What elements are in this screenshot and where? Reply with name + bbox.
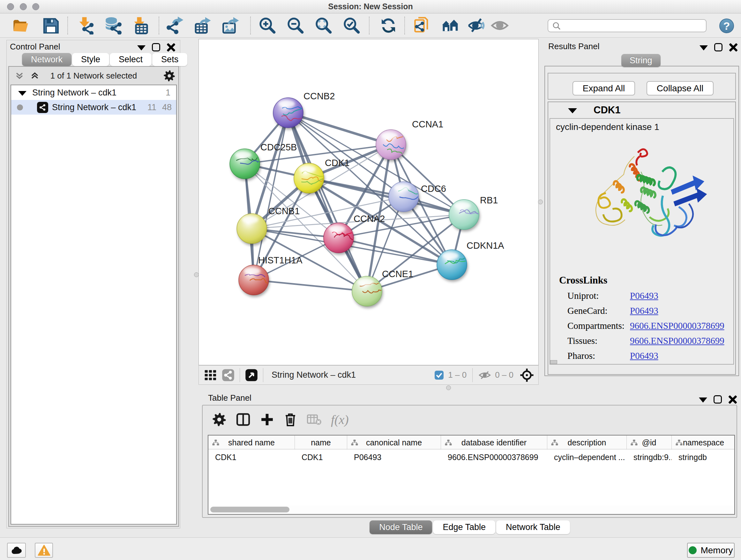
maximize-table-panel-icon[interactable] bbox=[714, 395, 722, 403]
network-edge-CCNB2-CCNA1[interactable] bbox=[288, 113, 391, 145]
cloud-button[interactable] bbox=[7, 543, 26, 558]
tab-edge-table[interactable]: Edge Table bbox=[433, 520, 495, 534]
maximize-panel-icon[interactable] bbox=[152, 43, 160, 51]
import-network-icon[interactable] bbox=[75, 16, 96, 35]
crosslink-link[interactable]: 9606.ENSP00000378699 bbox=[630, 335, 724, 346]
column-header-shared-name[interactable]: shared name bbox=[208, 435, 295, 449]
gene-scrollbar-stub[interactable] bbox=[550, 360, 557, 364]
delete-column-trash-icon[interactable] bbox=[284, 412, 297, 427]
memory-button[interactable]: Memory bbox=[687, 543, 735, 558]
column-header-namespace[interactable]: namespace bbox=[672, 435, 735, 449]
column-header-database-identifier[interactable]: database identifier bbox=[441, 435, 547, 449]
crosslink-link[interactable]: P06493 bbox=[630, 291, 658, 301]
right-splitter-grip[interactable] bbox=[538, 199, 543, 204]
table-row[interactable]: CDK1CDK1P064939606.ENSP00000378699cyclin… bbox=[208, 450, 735, 464]
help-button[interactable]: ? bbox=[719, 18, 734, 33]
cell-canonical-name[interactable]: P06493 bbox=[347, 450, 441, 464]
open-session-icon[interactable] bbox=[10, 16, 31, 35]
zoom-selected-icon[interactable] bbox=[341, 16, 362, 35]
tab-network-table[interactable]: Network Table bbox=[496, 520, 570, 534]
collapse-all-button[interactable]: Collapse All bbox=[647, 81, 714, 96]
export-table-icon[interactable] bbox=[193, 16, 213, 35]
crosslink-label: GeneCard: bbox=[567, 306, 630, 316]
gene-section: CDK1 cyclin-dependent kinase 1 CrossLink… bbox=[548, 102, 736, 375]
export-image-icon[interactable] bbox=[221, 16, 241, 35]
close-panel-icon[interactable] bbox=[166, 43, 176, 52]
cell-shared-name[interactable]: CDK1 bbox=[208, 450, 295, 464]
network-collection-row[interactable]: String Network – cdk1 1 bbox=[11, 85, 176, 100]
clone-network-icon[interactable] bbox=[413, 16, 433, 35]
zoom-out-icon[interactable] bbox=[285, 16, 306, 35]
show-column-panel-icon[interactable] bbox=[236, 412, 251, 427]
selected-nodes-checkbox-icon[interactable] bbox=[434, 370, 444, 380]
fit-selected-crosshair-icon[interactable] bbox=[520, 368, 534, 382]
save-session-icon[interactable] bbox=[41, 16, 61, 35]
network-row[interactable]: String Network – cdk1 11 48 bbox=[11, 100, 176, 115]
node-label-CCNB1: CCNB1 bbox=[268, 206, 300, 216]
zoom-in-icon[interactable] bbox=[257, 16, 278, 35]
collection-expander-icon[interactable] bbox=[18, 91, 26, 96]
collection-name: String Network – cdk1 bbox=[32, 88, 117, 98]
tab-style[interactable]: Style bbox=[72, 53, 109, 66]
cell--id[interactable]: stringdb:9... bbox=[627, 450, 672, 464]
maximize-results-panel-icon[interactable] bbox=[714, 43, 723, 51]
import-database-icon[interactable] bbox=[103, 16, 123, 35]
float-table-panel-icon[interactable] bbox=[699, 397, 707, 402]
column-header-description[interactable]: description bbox=[547, 435, 627, 449]
birds-eye-view-icon[interactable] bbox=[204, 368, 217, 382]
column-header--id[interactable]: @id bbox=[627, 435, 672, 449]
hide-selected-icon[interactable] bbox=[466, 16, 487, 35]
string-panel-toggle-icon[interactable] bbox=[222, 369, 234, 381]
cell-description[interactable]: cyclin–dependent ... bbox=[547, 450, 627, 464]
first-neighbors-icon[interactable] bbox=[441, 16, 461, 35]
tab-string[interactable]: String bbox=[621, 54, 661, 67]
cell-namespace[interactable]: stringdb bbox=[672, 450, 735, 464]
crosslink-label: Compartments: bbox=[567, 320, 630, 331]
crosslink-label: Uniprot: bbox=[567, 291, 630, 301]
cell-database-identifier[interactable]: 9606.ENSP00000378699 bbox=[441, 450, 547, 464]
results-panel-title: Results Panel bbox=[548, 42, 599, 51]
network-name: String Network – cdk1 bbox=[52, 103, 136, 112]
tab-node-table[interactable]: Node Table bbox=[369, 520, 432, 534]
export-network-icon[interactable] bbox=[165, 16, 186, 35]
crosslink-row: Compartments:9606.ENSP00000378699 bbox=[559, 320, 724, 331]
column-header-canonical-name[interactable]: canonical name bbox=[347, 435, 441, 449]
float-results-panel-icon[interactable] bbox=[699, 45, 708, 51]
column-header-name[interactable]: name bbox=[295, 435, 347, 449]
network-view-canvas[interactable]: CCNB2CCNA1CDC25BCDK1CDC6RB1CCNB1CCNA2CDK… bbox=[199, 39, 539, 365]
window-title: Session: New Session bbox=[0, 0, 741, 13]
zoom-fit-icon[interactable] bbox=[313, 16, 334, 35]
cell-name[interactable]: CDK1 bbox=[295, 450, 347, 464]
gene-details: cyclin-dependent kinase 1 CrossLinks Uni… bbox=[549, 118, 734, 365]
gene-section-header[interactable]: CDK1 bbox=[548, 102, 735, 118]
network-options-gear-icon[interactable] bbox=[163, 70, 175, 82]
table-h-scrollbar-thumb[interactable] bbox=[210, 507, 289, 512]
string-results-box: Expand All Collapse All CDK1 cyclin-depe… bbox=[544, 66, 739, 376]
table-header-row: shared namenamecanonical namedatabase id… bbox=[208, 435, 735, 449]
crosslink-link[interactable]: P06493 bbox=[630, 306, 658, 316]
network-selected-status: 1 of 1 Network selected bbox=[9, 71, 179, 81]
float-panel-icon[interactable] bbox=[137, 45, 145, 51]
node-label-CDK1: CDK1 bbox=[325, 158, 349, 168]
add-column-icon[interactable] bbox=[260, 413, 274, 427]
expand-all-button[interactable]: Expand All bbox=[572, 81, 635, 96]
gene-expander-icon[interactable] bbox=[568, 108, 577, 113]
left-splitter-grip[interactable] bbox=[194, 272, 199, 277]
crosslink-link[interactable]: P06493 bbox=[630, 351, 658, 361]
collection-count: 1 bbox=[165, 88, 171, 98]
crosslink-label: Tissues: bbox=[567, 335, 630, 346]
tab-select[interactable]: Select bbox=[110, 53, 151, 66]
table-settings-gear-icon[interactable] bbox=[212, 413, 226, 427]
tab-sets[interactable]: Sets bbox=[152, 53, 187, 66]
close-results-panel-icon[interactable] bbox=[729, 43, 738, 52]
tab-network[interactable]: Network bbox=[22, 53, 71, 66]
show-all-icon[interactable] bbox=[489, 16, 510, 35]
warnings-button[interactable] bbox=[35, 543, 53, 558]
open-in-window-icon[interactable] bbox=[245, 369, 258, 381]
close-table-panel-icon[interactable] bbox=[728, 395, 737, 404]
crosslink-link[interactable]: 9606.ENSP00000378699 bbox=[630, 320, 724, 331]
search-input[interactable] bbox=[561, 21, 698, 30]
import-table-icon[interactable] bbox=[130, 16, 151, 35]
table-h-scrollbar[interactable] bbox=[209, 506, 734, 513]
refresh-icon[interactable] bbox=[378, 16, 399, 35]
